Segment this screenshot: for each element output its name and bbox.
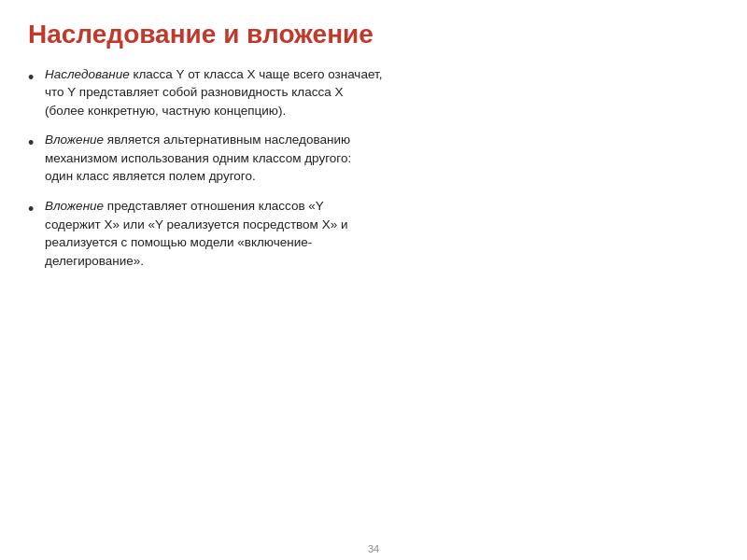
term-1: Наследование <box>45 67 130 81</box>
slide-title: Наследование и вложение <box>28 19 383 50</box>
bullet-2: Вложение является альтернативным наследо… <box>28 131 383 186</box>
right-panel: * * * * Vehicle drive() Car <box>402 0 747 560</box>
uml-diagram: * * * * Vehicle drive() Car <box>406 5 742 555</box>
term-3: Вложение <box>45 199 104 213</box>
bullet-3: Вложение представляет отношения классов … <box>28 197 383 270</box>
bullet-list: Наследование класса Y от класса X чаще в… <box>28 65 383 282</box>
left-panel: Наследование и вложение Наследование кла… <box>0 0 402 560</box>
slide: Наследование и вложение Наследование кла… <box>0 0 747 560</box>
term-2: Вложение <box>45 133 104 147</box>
diagram-svg: * * * * <box>406 5 742 555</box>
page-number: 34 <box>368 543 379 554</box>
bullet-1: Наследование класса Y от класса X чаще в… <box>28 65 383 120</box>
